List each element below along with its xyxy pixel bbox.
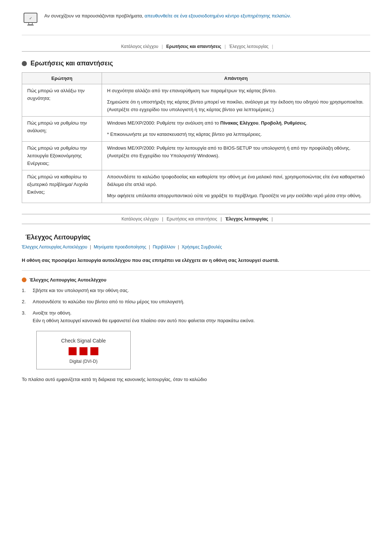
answer-block: Μην αφήσετε υπόλοιπα απορρυπαντικού ούτε…	[107, 192, 365, 200]
nav1-sep-3: |	[272, 44, 273, 49]
answer-block: Η συχνότητα αλλάζει από την επαναρύθμιση…	[107, 87, 365, 95]
qa-question-1: Πώς μπορώ να ρυθμίσω την ανάλυση;	[22, 117, 102, 142]
qa-answer-0: Η συχνότητα αλλάζει από την επαναρύθμιση…	[102, 84, 370, 117]
qa-answer-1: Windows ME/XP/2000: Ρυθμίστε την ανάλυση…	[102, 117, 370, 142]
nav2-item-1[interactable]: Ερωτήσεις και απαντήσεις	[167, 216, 217, 222]
sub-nav-sep-2: |	[149, 244, 150, 250]
svg-rect-2	[27, 25, 34, 25]
answer-block: Σημειώστε ότι η υποστήριξη της κάρτας βί…	[107, 98, 365, 114]
table-row: Πώς μπορώ να ρυθμίσω την λειτουργία Εξοι…	[22, 141, 370, 170]
signal-square-2	[79, 347, 87, 355]
monitor-icon: ✓	[23, 12, 38, 28]
qa-question-2: Πώς μπορώ να ρυθμίσω την λειτουργία Εξοι…	[22, 141, 102, 170]
table-row: Πώς μπορώ να καθαρίσω το εξωτερικό περίβ…	[22, 170, 370, 203]
signal-square-1	[69, 347, 77, 355]
qa-table: Ερώτηση Απάντηση Πώς μπορώ να αλλάξω την…	[22, 72, 370, 203]
qa-col-answer: Απάντηση	[102, 73, 370, 84]
answer-block: * Επικοινωνήστε με τον κατασκευαστή της …	[107, 131, 365, 138]
list-item: 2. Αποσυνδέστε το καλώδιο του βίντεο από…	[22, 298, 370, 306]
function-sub-nav: Έλεγχος Λειτουργίας Αυτοελέγχου | Μηνύμα…	[22, 243, 370, 251]
signal-box-title: Check Signal Cable	[61, 338, 106, 344]
step-num-1: 1.	[22, 287, 30, 295]
nav-bar-2: Κατάλογος ελέγχου | Ερωτήσεις και απαντή…	[22, 214, 370, 224]
auto-check-title-text: Έλεγχος Λειτουργίας Αυτοελέγχου	[29, 277, 106, 283]
nav2-sep-2: |	[221, 216, 222, 222]
nav1-sep-2: |	[225, 44, 226, 49]
qa-answer-3: Αποσυνδέστε το καλώδιο τροφοδοσίας και κ…	[102, 170, 370, 203]
signal-cable-box: Check Signal Cable Digital (DVI-D)	[36, 331, 131, 369]
nav2-sep-1: |	[162, 216, 163, 222]
answer-block: Windows ME/XP/2000: Ρυθμίστε την λειτουρ…	[107, 145, 365, 160]
nav1-item-0[interactable]: Κατάλογος ελέγχου	[121, 44, 159, 49]
steps-list: 1. Σβήστε και τον υπολογιστή και την οθό…	[22, 287, 370, 324]
qa-title-text: Ερωτήσεις και απαντήσεις	[30, 60, 113, 67]
step-num-3: 3.	[22, 309, 30, 325]
qa-question-0: Πώς μπορώ να αλλάξω την συχνότητα;	[22, 84, 102, 117]
sub-nav-link-2[interactable]: Περιβάλλον	[153, 244, 175, 250]
svg-text:✓: ✓	[29, 16, 32, 20]
function-check-title: Έλεγχος Λειτουργίας	[22, 234, 370, 241]
qa-col-question: Ερώτηση	[22, 73, 102, 84]
qa-section-title: Ερωτήσεις και απαντήσεις	[22, 60, 370, 67]
nav1-sep-1: |	[162, 44, 163, 49]
answer-block: Αποσυνδέστε το καλώδιο τροφοδοσίας και κ…	[107, 173, 365, 189]
signal-squares	[69, 347, 98, 355]
nav1-item-1[interactable]: Ερωτήσεις και απαντήσεις	[166, 44, 221, 49]
sub-nav-link-1[interactable]: Μηνύματα προειδοποίησης	[94, 244, 146, 250]
top-notice: ✓ Αν συνεχίζουν να παρουσιάζονται προβλή…	[22, 11, 370, 35]
orange-bullet-icon	[22, 278, 26, 282]
step-text-3: Ανοίξτε την οθόνη.Εάν η οθόνη λειτουργεί…	[33, 309, 370, 325]
bottom-text: Το πλαίσιο αυτό εμφανίζεται κατά τη διάρ…	[22, 376, 370, 384]
answer-block: Windows ME/XP/2000: Ρυθμίστε την ανάλυση…	[107, 119, 365, 127]
sub-nav-link-0[interactable]: Έλεγχος Λειτουργίας Αυτοελέγχου	[22, 244, 87, 250]
qa-title-bullet	[22, 61, 27, 66]
notice-link[interactable]: απευθυνθείτε σε ένα εξουσιοδοτημένο κέντ…	[144, 13, 291, 19]
table-row: Πώς μπορώ να αλλάξω την συχνότητα; Η συχ…	[22, 84, 370, 117]
nav2-sep-3: |	[271, 216, 273, 222]
table-row: Πώς μπορώ να ρυθμίσω την ανάλυση; Window…	[22, 117, 370, 142]
list-item: 3. Ανοίξτε την οθόνη.Εάν η οθόνη λειτουρ…	[22, 309, 370, 325]
monitor-icon-area: ✓	[22, 11, 39, 28]
nav1-item-2[interactable]: Έλεγχος λειτουργίας	[229, 44, 269, 49]
function-title-text: Έλεγχος Λειτουργίας	[25, 234, 90, 241]
sub-nav-sep-3: |	[178, 244, 179, 250]
list-item: 1. Σβήστε και τον υπολογιστή και την οθό…	[22, 287, 370, 295]
step-text-1: Σβήστε και τον υπολογιστή και την οθόνη …	[33, 287, 370, 295]
signal-square-3	[90, 347, 98, 355]
signal-box-subtitle: Digital (DVI-D)	[69, 359, 97, 364]
sub-nav-link-3[interactable]: Χρήσιμες Συμβουλές	[181, 244, 222, 250]
nav-bar-1: Κατάλογος ελέγχου | Ερωτήσεις και απαντή…	[22, 44, 370, 52]
qa-question-3: Πώς μπορώ να καθαρίσω το εξωτερικό περίβ…	[22, 170, 102, 203]
step-num-2: 2.	[22, 298, 30, 306]
auto-check-title: Έλεγχος Λειτουργίας Αυτοελέγχου	[22, 277, 370, 283]
step-text-2: Αποσυνδέστε το καλώδιο του βίντεο από το…	[33, 298, 370, 306]
qa-answer-2: Windows ME/XP/2000: Ρυθμίστε την λειτουρ…	[102, 141, 370, 170]
notice-text-before: Αν συνεχίζουν να παρουσιάζονται προβλήμα…	[44, 13, 144, 19]
nav2-item-2[interactable]: Έλεγχος λειτουργίας	[225, 216, 268, 222]
top-notice-text: Αν συνεχίζουν να παρουσιάζονται προβλήμα…	[44, 11, 291, 20]
function-intro: Η οθόνη σας προσφέρει λειτουργία αυτοελέ…	[22, 257, 370, 271]
sub-nav-sep-1: |	[90, 244, 91, 250]
nav2-item-0[interactable]: Κατάλογος ελέγχου	[122, 216, 159, 222]
